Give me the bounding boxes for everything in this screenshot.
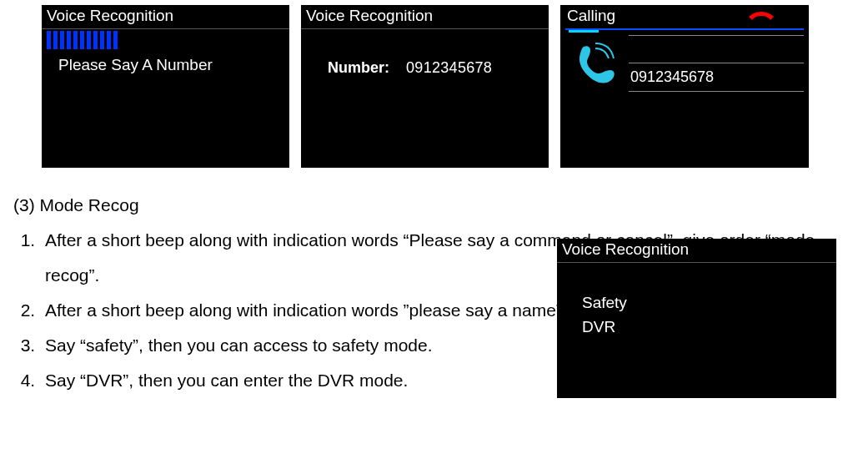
- hangup-icon[interactable]: [747, 8, 775, 22]
- inset-screenshot-holder: Voice Recognition Safety DVR: [557, 239, 836, 398]
- progress-segment: [569, 30, 599, 33]
- screen-title: Voice Recognition: [557, 239, 836, 263]
- voice-recognition-screen-mode: Voice Recognition Safety DVR: [557, 239, 836, 398]
- audio-level-meter-icon: [47, 31, 118, 49]
- number-value: 0912345678: [406, 59, 492, 76]
- section-heading: (3) Mode Recog: [8, 188, 850, 223]
- screen-title: Voice Recognition: [301, 5, 549, 29]
- phone-icon: [572, 42, 619, 88]
- prompt-text: Please Say A Number: [42, 49, 289, 74]
- screen-title: Voice Recognition: [42, 5, 289, 29]
- empty-field: [629, 95, 804, 115]
- action-button[interactable]: [629, 122, 670, 145]
- number-line: Number: 0912345678: [301, 29, 549, 77]
- divider: [629, 35, 804, 36]
- calling-number: 0912345678: [629, 63, 804, 92]
- progress-bar: [565, 28, 804, 30]
- voice-recognition-screen-number: Voice Recognition Number: 0912345678: [301, 5, 549, 168]
- voice-recognition-screen-prompt: Voice Recognition Please Say A Number: [42, 5, 289, 168]
- empty-field: [629, 39, 804, 59]
- mode-option-safety: Safety: [582, 291, 836, 315]
- mode-option-dvr: DVR: [582, 315, 836, 340]
- calling-screen: Calling 0912345678: [560, 5, 809, 168]
- number-label: Number:: [328, 59, 389, 76]
- page-root: Voice Recognition Please Say A Number Vo…: [0, 0, 868, 398]
- screenshot-row: Voice Recognition Please Say A Number Vo…: [0, 0, 868, 168]
- mode-options: Safety DVR: [557, 263, 836, 339]
- call-info-panel: 0912345678: [629, 35, 804, 145]
